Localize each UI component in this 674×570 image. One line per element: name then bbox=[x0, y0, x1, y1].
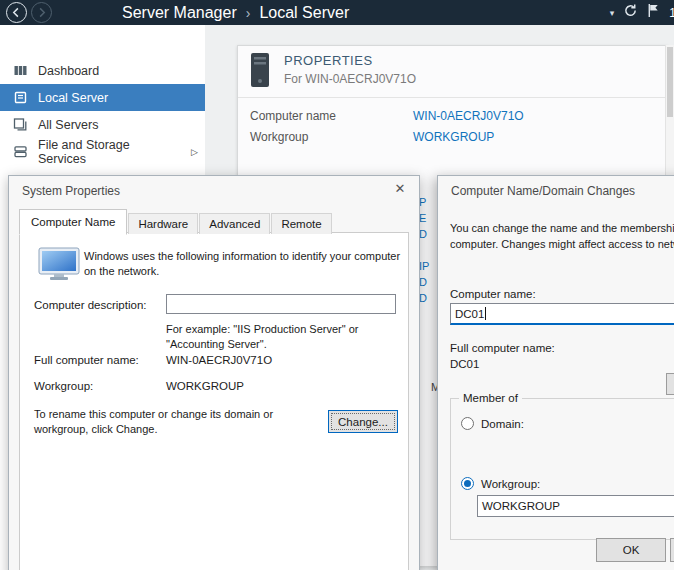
sidebar-item-label: Dashboard bbox=[38, 64, 99, 78]
sidebar-item-label: File and Storage Services bbox=[38, 138, 181, 166]
tab-remote[interactable]: Remote bbox=[271, 213, 331, 234]
background-fragment: D bbox=[419, 228, 427, 240]
notification-count[interactable]: 1 bbox=[669, 6, 674, 20]
background-fragment: E bbox=[419, 212, 426, 224]
full-computer-name-value: DC01 bbox=[450, 358, 479, 370]
more-button-cut[interactable] bbox=[666, 373, 674, 395]
cancel-button-cut[interactable] bbox=[670, 538, 674, 562]
sidebar-item-label: All Servers bbox=[38, 118, 98, 132]
chevron-down-icon[interactable]: ▾ bbox=[610, 8, 615, 18]
workgroup-radio-label: Workgroup: bbox=[481, 478, 540, 490]
workgroup-input-value: WORKGROUP bbox=[482, 500, 560, 512]
property-label: Computer name bbox=[250, 109, 413, 123]
computer-name-label: Computer name: bbox=[450, 288, 536, 300]
background-fragment: IP bbox=[419, 260, 429, 272]
identify-info-text: Windows uses the following information t… bbox=[84, 249, 408, 280]
workgroup-value: WORKGROUP bbox=[166, 380, 244, 392]
scrollbar-thumb[interactable] bbox=[667, 47, 673, 117]
text-cursor bbox=[485, 307, 486, 320]
change-info-text-line1: You can change the name and the membersh… bbox=[450, 221, 674, 236]
property-row: Computer name WIN-0AECRJ0V71O bbox=[238, 105, 667, 126]
computer-description-label: Computer description: bbox=[34, 299, 147, 311]
properties-title: PROPERTIES bbox=[284, 53, 416, 68]
sidebar-item-label: Local Server bbox=[38, 91, 108, 105]
property-label: Workgroup bbox=[250, 130, 413, 144]
topbar-actions: ▾ 1 bbox=[610, 3, 674, 22]
server-icon bbox=[13, 90, 28, 105]
sidebar-item-local-server[interactable]: Local Server bbox=[0, 84, 205, 111]
background-fragment: D bbox=[419, 292, 427, 304]
workgroup-radio-icon[interactable] bbox=[461, 477, 474, 490]
tab-hardware[interactable]: Hardware bbox=[128, 213, 198, 234]
properties-tile-header: PROPERTIES For WIN-0AECRJ0V71O bbox=[238, 46, 667, 98]
refresh-icon[interactable] bbox=[623, 3, 638, 22]
computer-name-input-value: DC01 bbox=[455, 308, 484, 320]
computer-name-tab-panel: Windows uses the following information t… bbox=[19, 232, 409, 570]
description-example-hint: For example: "IIS Production Server" or … bbox=[166, 322, 388, 352]
breadcrumb: Server Manager › Local Server bbox=[122, 4, 349, 22]
tab-computer-name[interactable]: Computer Name bbox=[19, 209, 127, 235]
tab-advanced[interactable]: Advanced bbox=[199, 213, 270, 234]
app-title: Server Manager bbox=[122, 4, 237, 22]
properties-server-icon bbox=[248, 51, 272, 93]
forward-arrow-icon bbox=[36, 4, 47, 22]
breadcrumb-separator-icon: › bbox=[246, 5, 251, 21]
member-of-groupbox: Member of Domain: Workgroup: WORKGROUP bbox=[450, 398, 674, 540]
breadcrumb-current: Local Server bbox=[259, 4, 349, 22]
full-computer-name-label: Full computer name: bbox=[450, 342, 555, 354]
background-fragment: D bbox=[419, 276, 427, 288]
rename-hint-text: To rename this computer or change its do… bbox=[34, 407, 314, 438]
dialog-title[interactable]: System Properties bbox=[22, 184, 120, 198]
forward-button[interactable] bbox=[31, 2, 52, 23]
change-info-text-line2: computer. Changes might affect access to… bbox=[450, 237, 674, 252]
workgroup-input[interactable]: WORKGROUP bbox=[477, 495, 674, 517]
servers-icon bbox=[13, 117, 28, 132]
background-fragment: P bbox=[419, 196, 426, 208]
domain-radio-label: Domain: bbox=[481, 418, 524, 430]
storage-icon bbox=[13, 144, 28, 159]
full-computer-name-label: Full computer name: bbox=[34, 354, 139, 366]
sidebar-item-dashboard[interactable]: Dashboard bbox=[0, 57, 205, 84]
properties-subtitle: For WIN-0AECRJ0V71O bbox=[284, 72, 416, 86]
domain-radio-icon[interactable] bbox=[461, 417, 474, 430]
computer-name-link[interactable]: WIN-0AECRJ0V71O bbox=[413, 109, 524, 123]
flag-icon[interactable] bbox=[647, 3, 660, 22]
computer-description-input[interactable] bbox=[166, 294, 396, 314]
expand-arrow-icon[interactable]: ▷ bbox=[191, 147, 205, 157]
workgroup-link[interactable]: WORKGROUP bbox=[413, 130, 494, 144]
tab-strip: Computer Name Hardware Advanced Remote bbox=[19, 209, 333, 234]
change-button[interactable]: Change... bbox=[328, 410, 398, 433]
close-icon[interactable]: ✕ bbox=[389, 181, 411, 199]
sidebar-item-all-servers[interactable]: All Servers bbox=[0, 111, 205, 138]
workgroup-label: Workgroup: bbox=[34, 380, 93, 392]
dialog-title[interactable]: Computer Name/Domain Changes bbox=[451, 184, 635, 198]
back-arrow-icon bbox=[11, 4, 22, 22]
system-properties-dialog: System Properties ✕ Computer Name Hardwa… bbox=[8, 175, 420, 570]
back-button[interactable] bbox=[6, 2, 27, 23]
computer-name-input[interactable]: DC01 bbox=[450, 303, 674, 325]
monitor-icon bbox=[38, 247, 80, 285]
full-computer-name-value: WIN-0AECRJ0V71O bbox=[166, 354, 272, 366]
member-of-legend: Member of bbox=[459, 392, 522, 404]
ok-button[interactable]: OK bbox=[596, 538, 666, 562]
top-bar: Server Manager › Local Server ▾ 1 bbox=[0, 0, 674, 25]
domain-radio-row[interactable]: Domain: bbox=[461, 417, 524, 430]
workgroup-radio-row[interactable]: Workgroup: bbox=[461, 477, 540, 490]
sidebar-item-file-storage-services[interactable]: File and Storage Services ▷ bbox=[0, 138, 205, 165]
computer-name-domain-changes-dialog: Computer Name/Domain Changes You can cha… bbox=[437, 175, 674, 570]
property-row: Workgroup WORKGROUP bbox=[238, 126, 667, 147]
dashboard-icon bbox=[13, 63, 28, 78]
